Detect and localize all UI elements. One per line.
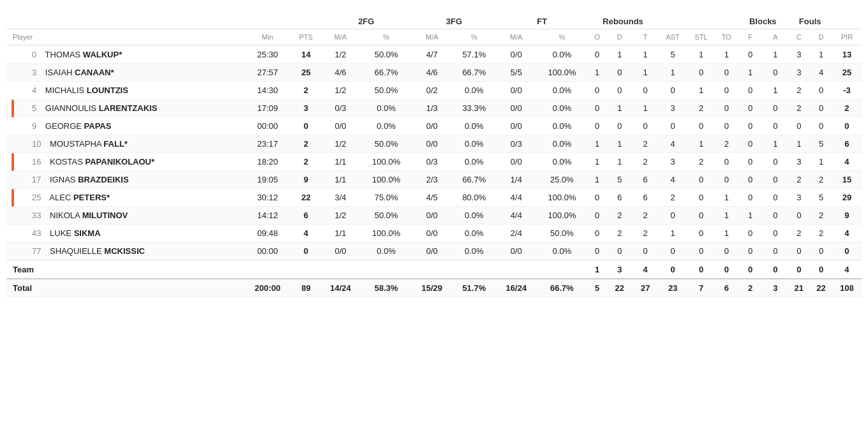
fg3-ma: 0/0 — [412, 135, 452, 153]
team-label: Team — [6, 260, 244, 279]
ast: 4 — [658, 171, 687, 189]
pts: 22 — [292, 189, 320, 207]
pir: 15 — [832, 171, 862, 189]
total-fg3-pct: 51.7% — [452, 279, 496, 297]
foul-d: 0 — [810, 117, 832, 135]
pir: 29 — [832, 189, 862, 207]
fg2-ma: 1/2 — [320, 135, 361, 153]
player-name: 17 IGNAS BRAZDEIKIS — [6, 171, 244, 189]
blk-a: 0 — [763, 207, 788, 225]
foul-d: 2 — [810, 207, 832, 225]
min: 25:30 — [244, 45, 292, 64]
fg3-ma: 0/3 — [412, 153, 452, 171]
table-row: 9 GEORGE PAPAS 00:00 0 0/0 0.0% 0/0 0.0%… — [6, 117, 862, 135]
stl: 0 — [687, 242, 715, 261]
blk-f: 0 — [738, 153, 763, 171]
table-row: 3 ISAIAH CANAAN* 27:57 25 4/6 66.7% 4/6 … — [6, 64, 862, 82]
blk-a: 1 — [763, 135, 788, 153]
stl: 0 — [687, 64, 715, 82]
total-foul-c: 21 — [788, 279, 810, 297]
blk-a: 1 — [763, 82, 788, 100]
foul-c: 2 — [788, 171, 810, 189]
blk-f: 0 — [738, 189, 763, 207]
group-header-row: 2FG 3FG FT Rebounds Blocks Fouls — [6, 13, 862, 29]
fg3-ma: 4/6 — [412, 64, 452, 82]
pts: 0 — [292, 117, 320, 135]
pts: 14 — [292, 45, 320, 64]
team-reb-d: 3 — [607, 260, 632, 279]
blk-f: 0 — [738, 135, 763, 153]
pir: 6 — [832, 135, 862, 153]
reb-o: 1 — [588, 171, 607, 189]
stats-table: 2FG 3FG FT Rebounds Blocks Fouls Player … — [6, 13, 862, 297]
pir: 0 — [832, 117, 862, 135]
ft-pct: 100.0% — [536, 207, 588, 225]
pts: 2 — [292, 153, 320, 171]
fg3-ma: 0/0 — [412, 225, 452, 242]
to: 0 — [715, 171, 738, 189]
ft-ma: 1/4 — [497, 171, 537, 189]
pts: 9 — [292, 171, 320, 189]
fg3-pct: 57.1% — [452, 45, 496, 64]
pir: 13 — [832, 45, 862, 64]
fg2-pct-col-header: % — [361, 29, 412, 46]
fg3-ma: 0/2 — [412, 82, 452, 100]
ft-pct: 25.0% — [536, 171, 588, 189]
stl: 0 — [687, 171, 715, 189]
ast: 0 — [658, 242, 687, 261]
blk-a: 0 — [763, 153, 788, 171]
total-pir: 108 — [832, 279, 862, 297]
team-blk-a: 0 — [763, 260, 788, 279]
player-name: 4 MICHALIS LOUNTZIS — [6, 82, 244, 100]
blk-f: 0 — [738, 225, 763, 242]
foul-c: 2 — [788, 82, 810, 100]
reb-o: 1 — [588, 153, 607, 171]
stl: 1 — [687, 135, 715, 153]
foul-d: 0 — [810, 100, 832, 117]
player-name: 0 THOMAS WALKUP* — [6, 45, 244, 64]
ft-ma: 0/0 — [497, 45, 537, 64]
team-fg3-ma — [412, 260, 452, 279]
ft-pct: 0.0% — [536, 100, 588, 117]
reb-o-col-header: O — [588, 29, 607, 46]
pir-col-header: PIR — [832, 29, 862, 46]
foul-c: 3 — [788, 189, 810, 207]
team-stl: 0 — [687, 260, 715, 279]
fg3-pct: 80.0% — [452, 189, 496, 207]
min: 00:00 — [244, 242, 292, 261]
team-ft-ma — [497, 260, 537, 279]
pts: 6 — [292, 207, 320, 225]
fg2-ma: 1/2 — [320, 207, 361, 225]
pts: 3 — [292, 100, 320, 117]
foul-c: 3 — [788, 64, 810, 82]
blk-f: 0 — [738, 45, 763, 64]
fg2-pct: 50.0% — [361, 45, 412, 64]
min: 00:00 — [244, 117, 292, 135]
reb-o: 1 — [588, 135, 607, 153]
player-name: 10 MOUSTAPHA FALL* — [6, 135, 244, 153]
min: 27:57 — [244, 64, 292, 82]
blk-a: 1 — [763, 45, 788, 64]
ast: 0 — [658, 207, 687, 225]
table-row: 5 GIANNOULIS LARENTZAKIS 17:09 3 0/3 0.0… — [6, 100, 862, 117]
blk-f: 0 — [738, 82, 763, 100]
ast: 4 — [658, 135, 687, 153]
total-to: 6 — [715, 279, 738, 297]
total-reb-t: 27 — [632, 279, 658, 297]
fg2-pct: 66.7% — [361, 64, 412, 82]
fg3-ma: 0/0 — [412, 242, 452, 261]
ast: 3 — [658, 153, 687, 171]
ft-ma: 5/5 — [497, 64, 537, 82]
reb-d: 0 — [607, 242, 632, 261]
foul-c: 2 — [788, 100, 810, 117]
fg2-pct: 100.0% — [361, 225, 412, 242]
total-min: 200:00 — [244, 279, 292, 297]
total-reb-d: 22 — [607, 279, 632, 297]
to: 0 — [715, 64, 738, 82]
ast: 3 — [658, 100, 687, 117]
foul-d: 0 — [810, 242, 832, 261]
blk-f: 0 — [738, 117, 763, 135]
fg2-pct: 75.0% — [361, 189, 412, 207]
fg2-pct: 50.0% — [361, 207, 412, 225]
fg3-ma: 4/5 — [412, 189, 452, 207]
